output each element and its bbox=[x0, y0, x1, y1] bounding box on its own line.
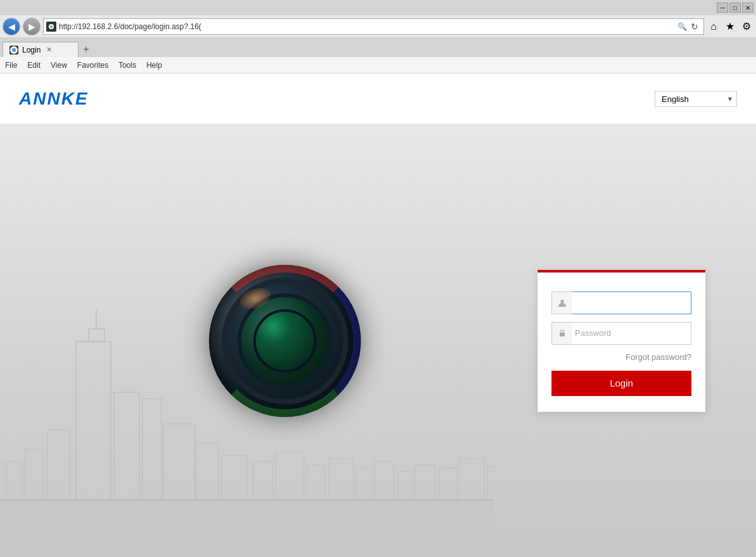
page-content: ANNKE English Chinese French German Span… bbox=[0, 74, 756, 557]
tab-favicon bbox=[9, 46, 18, 54]
menu-file[interactable]: File bbox=[5, 61, 17, 70]
menu-favorites[interactable]: Favorites bbox=[77, 61, 108, 70]
menu-view[interactable]: View bbox=[51, 61, 67, 70]
svg-rect-5 bbox=[76, 342, 111, 500]
svg-rect-21 bbox=[89, 329, 104, 342]
menu-bar: File Edit View Favorites Tools Help bbox=[0, 57, 756, 74]
svg-rect-67 bbox=[275, 452, 304, 500]
hero-section: Forgot password? Login bbox=[0, 124, 756, 557]
language-select[interactable]: English Chinese French German Spanish bbox=[655, 91, 737, 106]
lock-icon bbox=[551, 322, 572, 345]
settings-button[interactable]: ⚙ bbox=[740, 20, 753, 34]
svg-point-3 bbox=[12, 48, 16, 52]
ground-reflection bbox=[0, 519, 756, 557]
lens-inner1 bbox=[222, 278, 348, 404]
language-selector-wrap: English Chinese French German Spanish ▾ bbox=[655, 91, 737, 106]
password-input[interactable] bbox=[551, 322, 691, 345]
svg-point-78 bbox=[560, 300, 564, 303]
page-favicon bbox=[46, 22, 56, 32]
username-input[interactable] bbox=[551, 291, 691, 314]
svg-point-1 bbox=[50, 25, 53, 28]
home-button[interactable]: ⌂ bbox=[707, 20, 721, 34]
svg-rect-70 bbox=[356, 468, 372, 500]
minimize-button[interactable]: ─ bbox=[717, 3, 728, 13]
back-button[interactable]: ◀ bbox=[3, 18, 20, 35]
refresh-button[interactable]: ↻ bbox=[688, 20, 701, 33]
camera-lens bbox=[209, 265, 361, 417]
svg-rect-71 bbox=[375, 462, 394, 500]
navigation-bar: ◀ ▶ http://192.168.2.6/doc/page/login.as… bbox=[0, 15, 756, 38]
svg-rect-79 bbox=[560, 333, 565, 336]
active-tab[interactable]: Login ✕ bbox=[3, 42, 79, 57]
svg-rect-72 bbox=[398, 471, 412, 500]
svg-rect-35 bbox=[47, 430, 70, 500]
svg-rect-73 bbox=[415, 465, 435, 500]
password-group bbox=[551, 322, 691, 345]
address-text: http://192.168.2.6/doc/page/login.asp?.1… bbox=[59, 22, 676, 31]
forgot-password-link[interactable]: Forgot password? bbox=[551, 352, 691, 362]
new-tab-button[interactable]: + bbox=[79, 42, 94, 57]
svg-rect-64 bbox=[196, 443, 218, 500]
title-bar: ─ □ ✕ bbox=[0, 0, 756, 15]
lens-inner3 bbox=[253, 309, 317, 373]
svg-rect-68 bbox=[307, 465, 325, 500]
tab-label: Login bbox=[22, 46, 41, 54]
login-button[interactable]: Login bbox=[551, 371, 691, 396]
svg-rect-69 bbox=[329, 459, 353, 500]
page-header: ANNKE English Chinese French German Span… bbox=[0, 74, 756, 124]
svg-rect-63 bbox=[6, 462, 22, 500]
svg-rect-65 bbox=[222, 456, 247, 500]
tab-close-button[interactable]: ✕ bbox=[44, 46, 53, 54]
menu-help[interactable]: Help bbox=[146, 61, 162, 70]
svg-rect-62 bbox=[25, 449, 43, 500]
svg-rect-74 bbox=[439, 468, 457, 500]
svg-rect-66 bbox=[253, 462, 272, 500]
svg-rect-75 bbox=[459, 459, 484, 500]
tab-bar: Login ✕ + bbox=[0, 38, 756, 57]
forward-button[interactable]: ▶ bbox=[23, 18, 41, 35]
favorites-button[interactable]: ★ bbox=[723, 20, 737, 34]
login-panel: Forgot password? Login bbox=[538, 270, 705, 412]
user-icon bbox=[551, 291, 572, 314]
username-group bbox=[551, 291, 691, 314]
menu-edit[interactable]: Edit bbox=[27, 61, 41, 70]
maximize-button[interactable]: □ bbox=[729, 3, 741, 13]
menu-tools[interactable]: Tools bbox=[118, 61, 136, 70]
brand-logo: ANNKE bbox=[19, 89, 89, 109]
svg-rect-76 bbox=[488, 467, 494, 500]
search-button[interactable]: 🔍 bbox=[676, 20, 688, 33]
address-bar[interactable]: http://192.168.2.6/doc/page/login.asp?.1… bbox=[43, 18, 704, 35]
close-button[interactable]: ✕ bbox=[742, 3, 753, 13]
